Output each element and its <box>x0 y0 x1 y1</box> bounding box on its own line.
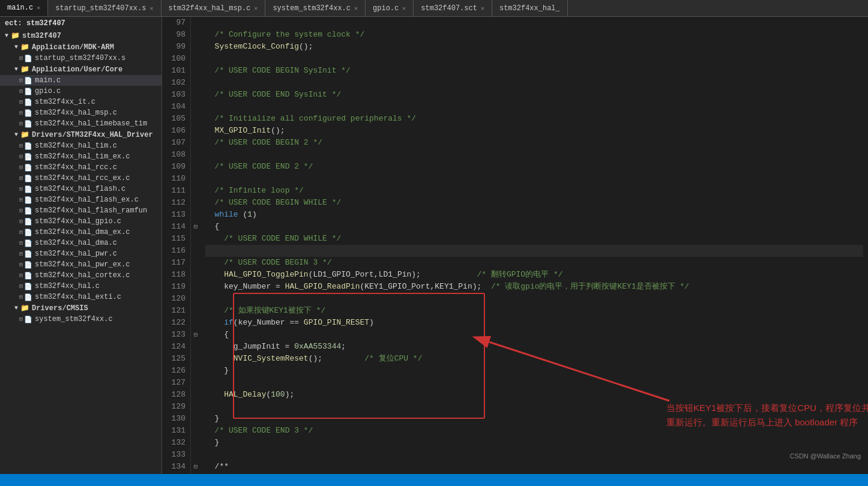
fold-marker[interactable] <box>191 29 200 41</box>
fold-marker[interactable] <box>191 17 200 29</box>
folder-icon: 📁 <box>20 65 29 74</box>
line-number: 126 <box>164 365 185 377</box>
fold-marker[interactable] <box>191 317 200 329</box>
fold-marker[interactable] <box>191 173 200 185</box>
line-number: 103 <box>164 89 185 101</box>
fold-marker[interactable] <box>191 377 200 389</box>
sidebar-item-hal-cortex[interactable]: ⊞ 📄 stm32f4xx_hal_cortex.c <box>0 270 161 281</box>
sidebar-item-hal-dma[interactable]: ⊞ 📄 stm32f4xx_hal_dma.c <box>0 238 161 248</box>
file-icon: 📄 <box>24 239 32 247</box>
tab-sct[interactable]: stm32f407.sct ✕ <box>414 0 492 16</box>
fold-marker[interactable] <box>191 209 200 221</box>
sidebar-item-hal-tim[interactable]: ⊞ 📄 stm32f4xx_hal_tim.c <box>0 140 161 151</box>
tab-close-icon[interactable]: ✕ <box>481 5 484 12</box>
fold-marker[interactable] <box>191 449 200 461</box>
sidebar-item-hal-exti[interactable]: ⊞ 📄 stm32f4xx_hal_exti.c <box>0 292 161 302</box>
sidebar-item-hal-flash-ex[interactable]: ⊞ 📄 stm32f4xx_hal_flash_ex.c <box>0 194 161 205</box>
file-icon: 📄 <box>24 185 32 193</box>
file-icon: 📄 <box>24 207 32 215</box>
tab-main-c[interactable]: main.c ✕ <box>0 0 48 16</box>
code-content[interactable]: /* Configure the system clock */ SystemC… <box>200 17 868 474</box>
fold-marker[interactable] <box>191 257 200 269</box>
sidebar-item-main-c[interactable]: ⊞ 📄 main.c <box>0 75 161 86</box>
sidebar-item-hal-gpio[interactable]: ⊞ 📄 stm32f4xx_hal_gpio.c <box>0 216 161 227</box>
main-area: ect: stm32f407 ▼ 📁 stm32f407 ▼ 📁 Applica… <box>0 17 868 474</box>
sidebar-item-timebase[interactable]: ⊞ 📄 stm32f4xx_hal_timebase_tim <box>0 118 161 129</box>
sidebar-item-system[interactable]: ⊞ 📄 system_stm32f4xx.c <box>0 314 161 325</box>
sidebar-item-hal[interactable]: ⊞ 📄 stm32f4xx_hal.c <box>0 281 161 292</box>
fold-marker[interactable] <box>191 245 200 257</box>
sidebar-root[interactable]: ▼ 📁 stm32f407 <box>0 30 161 41</box>
fold-marker[interactable] <box>191 125 200 137</box>
sidebar-folder-user-core[interactable]: ▼ 📁 Application/User/Core <box>0 64 161 75</box>
expand-icon: ⊞ <box>19 261 23 268</box>
code-line <box>205 377 863 389</box>
sidebar-item-hal-pwr[interactable]: ⊞ 📄 stm32f4xx_hal_pwr.c <box>0 248 161 259</box>
tab-system[interactable]: system_stm32f4xx.c ✕ <box>265 0 366 16</box>
sidebar-item-hal-rcc-ex[interactable]: ⊞ 📄 stm32f4xx_hal_rcc_ex.c <box>0 173 161 184</box>
tab-close-icon[interactable]: ✕ <box>37 4 40 11</box>
fold-marker[interactable] <box>191 197 200 209</box>
fold-marker[interactable] <box>191 101 200 113</box>
fold-marker[interactable] <box>191 425 200 437</box>
line-number: 108 <box>164 149 185 161</box>
tab-gpio[interactable]: gpio.c ✕ <box>366 0 414 16</box>
code-line: MX_GPIO_Init(); <box>205 125 863 137</box>
fold-marker[interactable]: ⊟ <box>191 329 200 341</box>
fold-marker[interactable] <box>191 89 200 101</box>
fold-marker[interactable] <box>191 65 200 77</box>
fold-marker[interactable] <box>191 389 200 401</box>
sidebar-item-it[interactable]: ⊞ 📄 stm32f4xx_it.c <box>0 97 161 107</box>
sidebar-item-gpio-c[interactable]: ⊞ 📄 gpio.c <box>0 86 161 97</box>
fold-marker[interactable] <box>191 365 200 377</box>
fold-marker[interactable] <box>191 149 200 161</box>
tab-close-icon[interactable]: ✕ <box>402 5 406 12</box>
tab-close-icon[interactable]: ✕ <box>354 5 358 12</box>
fold-marker[interactable] <box>191 305 200 317</box>
line-number: 114 <box>164 221 185 233</box>
sidebar-item-hal-flash-ram[interactable]: ⊞ 📄 stm32f4xx_hal_flash_ramfun <box>0 205 161 216</box>
fold-marker[interactable] <box>191 161 200 173</box>
expand-icon: ⊞ <box>19 109 23 116</box>
sidebar-item-hal-tim-ex[interactable]: ⊞ 📄 stm32f4xx_hal_tim_ex.c <box>0 151 161 162</box>
fold-marker[interactable] <box>191 281 200 293</box>
sidebar-item-startup[interactable]: ⊞ 📄 startup_stm32f407xx.s <box>0 53 161 64</box>
fold-marker[interactable] <box>191 353 200 365</box>
sidebar-item-hal-dma-ex[interactable]: ⊞ 📄 stm32f4xx_hal_dma_ex.c <box>0 227 161 238</box>
fold-marker[interactable] <box>191 341 200 353</box>
tab-hal-msp[interactable]: stm32f4xx_hal_msp.c ✕ <box>161 0 266 16</box>
code-line: NVIC_SystemReset(); /* 复位CPU */ <box>205 353 863 365</box>
tab-close-icon[interactable]: ✕ <box>149 5 153 12</box>
fold-marker[interactable] <box>191 53 200 65</box>
fold-marker[interactable] <box>191 233 200 245</box>
tab-hal-extra[interactable]: stm32f4xx_hal_ <box>492 0 568 16</box>
sidebar-item-hal-rcc[interactable]: ⊞ 📄 stm32f4xx_hal_rcc.c <box>0 162 161 173</box>
fold-marker[interactable] <box>191 437 200 449</box>
sidebar-item-hal-flash[interactable]: ⊞ 📄 stm32f4xx_hal_flash.c <box>0 184 161 194</box>
expand-icon: ⊞ <box>19 120 23 127</box>
sidebar-item-hal-pwr-ex[interactable]: ⊞ 📄 stm32f4xx_hal_pwr_ex.c <box>0 259 161 270</box>
sidebar-folder-cmsis[interactable]: ▼ 📁 Drivers/CMSIS <box>0 302 161 314</box>
sidebar-folder-mdk[interactable]: ▼ 📁 Application/MDK-ARM <box>0 41 161 53</box>
fold-marker[interactable] <box>191 137 200 149</box>
code-editor[interactable]: 9798991001011021031041051061071081091101… <box>162 17 868 474</box>
line-number: 124 <box>164 341 185 353</box>
fold-marker[interactable]: ⊟ <box>191 221 200 233</box>
fold-marker[interactable]: ⊟ <box>191 461 200 473</box>
fold-marker[interactable] <box>191 113 200 125</box>
fold-marker[interactable] <box>191 185 200 197</box>
expand-icon: ⊞ <box>19 316 23 323</box>
tab-startup[interactable]: startup_stm32f407xx.s ✕ <box>48 0 161 16</box>
fold-marker[interactable] <box>191 473 200 474</box>
fold-marker[interactable] <box>191 77 200 89</box>
line-number: 101 <box>164 65 185 77</box>
sidebar-folder-hal-driver[interactable]: ▼ 📁 Drivers/STM32F4xx_HAL_Driver <box>0 129 161 140</box>
fold-marker[interactable] <box>191 413 200 425</box>
fold-marker[interactable] <box>191 41 200 53</box>
fold-marker[interactable] <box>191 401 200 413</box>
sidebar-item-hal-msp[interactable]: ⊞ 📄 stm32f4xx_hal_msp.c <box>0 107 161 118</box>
code-line: /* Infinite loop */ <box>205 185 863 197</box>
tab-close-icon[interactable]: ✕ <box>254 5 258 12</box>
fold-marker[interactable] <box>191 269 200 281</box>
fold-marker[interactable] <box>191 293 200 305</box>
